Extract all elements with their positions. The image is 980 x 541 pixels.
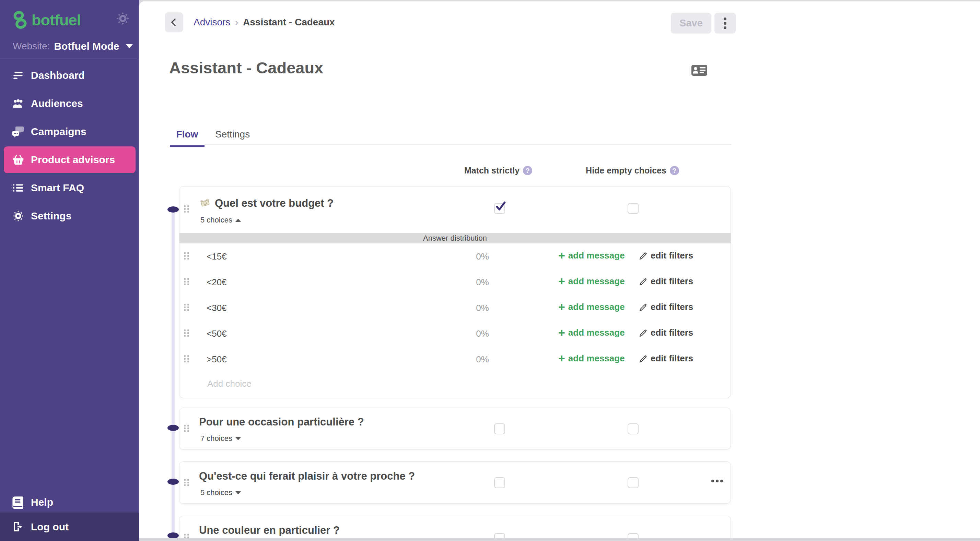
choice-label: >50€ xyxy=(207,354,227,365)
column-header-match-strictly: Match strictly ? xyxy=(464,166,532,176)
drag-handle[interactable] xyxy=(184,330,189,337)
choice-label: <20€ xyxy=(207,277,227,288)
save-button[interactable]: Save xyxy=(671,13,711,33)
add-message-button[interactable]: +add message xyxy=(558,249,625,261)
sidebar-nav: Dashboard Audiences Campaigns Product ad… xyxy=(0,61,139,230)
choice-percentage: 0% xyxy=(471,251,495,262)
hide-empty-checkbox[interactable] xyxy=(628,203,639,214)
sidebar-item-label: Product advisors xyxy=(31,154,115,166)
drag-handle[interactable] xyxy=(184,425,189,432)
question-title: Une couleur en particulier ? xyxy=(199,524,340,536)
people-icon xyxy=(12,98,24,109)
drag-handle[interactable] xyxy=(184,534,189,538)
plus-icon: + xyxy=(558,249,565,261)
choice-row: <30€ 0% +add message edit filters xyxy=(180,295,730,320)
sidebar-item-label: Audiences xyxy=(31,98,83,109)
sidebar-item-campaigns[interactable]: Campaigns xyxy=(0,117,139,146)
match-strictly-checkbox[interactable] xyxy=(494,424,505,435)
drag-handle[interactable] xyxy=(184,479,189,486)
choice-percentage: 0% xyxy=(471,303,495,313)
chat-bubbles-icon xyxy=(12,126,24,138)
choice-percentage: 0% xyxy=(471,277,495,288)
sidebar-item-settings[interactable]: Settings xyxy=(0,202,139,230)
timeline-dot xyxy=(167,479,179,485)
pencil-icon xyxy=(639,354,648,363)
flow-timeline xyxy=(172,208,175,538)
dashboard-lines-icon xyxy=(12,70,24,81)
sidebar-item-label: Dashboard xyxy=(31,70,85,81)
question-title-text: Qu'est-ce qui ferait plaisir à votre pro… xyxy=(199,470,415,482)
sidebar-item-smart-faq[interactable]: Smart FAQ xyxy=(0,174,139,202)
choice-label: <15€ xyxy=(207,251,227,262)
sidebar-gear-icon[interactable] xyxy=(116,12,130,25)
plus-icon: + xyxy=(558,327,565,338)
kebab-dot xyxy=(724,17,726,20)
add-message-button[interactable]: +add message xyxy=(558,327,625,338)
drag-handle[interactable] xyxy=(184,278,189,285)
edit-filters-button[interactable]: edit filters xyxy=(639,276,693,287)
sidebar-item-help[interactable]: Help xyxy=(0,491,139,514)
breadcrumb-separator: › xyxy=(235,17,238,28)
gear-icon xyxy=(12,210,24,222)
drag-handle[interactable] xyxy=(184,304,189,311)
advisor-card-icon[interactable] xyxy=(691,64,708,77)
question-card-couleur: Une couleur en particulier ? xyxy=(179,516,731,538)
card-more-menu-button[interactable] xyxy=(711,480,723,482)
question-title-text: Pour une occasion particulière ? xyxy=(199,416,364,428)
pencil-icon xyxy=(639,252,648,260)
drag-handle[interactable] xyxy=(184,355,189,362)
help-icon[interactable]: ? xyxy=(523,166,532,175)
add-choice-input[interactable] xyxy=(207,378,414,389)
hide-empty-checkbox[interactable] xyxy=(628,424,639,435)
choice-label: <30€ xyxy=(207,303,227,313)
hide-empty-checkbox[interactable] xyxy=(628,477,639,488)
add-message-button[interactable]: +add message xyxy=(558,352,625,364)
hide-empty-checkbox[interactable] xyxy=(628,533,639,538)
timeline-dot xyxy=(167,206,179,213)
question-card-plaisir: Qu'est-ce qui ferait plaisir à votre pro… xyxy=(179,462,731,504)
kebab-dot xyxy=(724,26,726,29)
edit-filters-button[interactable]: edit filters xyxy=(639,353,693,364)
list-icon xyxy=(12,182,24,194)
sidebar-item-product-advisors[interactable]: Product advisors xyxy=(4,146,135,173)
choices-toggle[interactable]: 7 choices xyxy=(200,434,241,443)
match-strictly-checkbox[interactable] xyxy=(494,203,505,214)
match-strictly-checkbox[interactable] xyxy=(494,533,505,538)
choice-rows: <15€ 0% +add message edit filters <20€ 0… xyxy=(180,243,730,372)
website-selector[interactable]: Website: Botfuel Mode xyxy=(13,40,133,52)
sidebar-item-label: Log out xyxy=(31,521,68,533)
tab-bar-divider xyxy=(205,144,731,145)
basket-icon xyxy=(12,154,24,166)
book-icon xyxy=(12,496,24,508)
kebab-dot xyxy=(724,22,726,25)
match-strictly-checkbox[interactable] xyxy=(494,477,505,488)
drag-handle[interactable] xyxy=(184,252,189,260)
plus-icon: + xyxy=(558,352,565,364)
sidebar-item-dashboard[interactable]: Dashboard xyxy=(0,61,139,89)
timeline-dot xyxy=(167,425,179,431)
question-card-occasion: Pour une occasion particulière ? 7 choic… xyxy=(179,408,731,449)
back-button[interactable] xyxy=(165,12,183,32)
add-message-button[interactable]: +add message xyxy=(558,301,625,313)
add-message-button[interactable]: +add message xyxy=(558,275,625,287)
pencil-icon xyxy=(639,303,648,311)
main-panel: Advisors › Assistant - Cadeaux Save Assi… xyxy=(139,2,980,538)
choices-count: 7 choices xyxy=(200,434,232,443)
plus-icon: + xyxy=(558,275,565,287)
choices-toggle[interactable]: 5 choices xyxy=(200,216,241,225)
logout-icon xyxy=(13,521,25,533)
sidebar-item-logout[interactable]: Log out xyxy=(0,512,139,541)
edit-filters-button[interactable]: edit filters xyxy=(639,327,693,338)
breadcrumb-advisors-link[interactable]: Advisors xyxy=(194,17,230,28)
more-menu-button[interactable] xyxy=(714,13,736,33)
tab-flow[interactable]: Flow xyxy=(170,129,205,147)
help-icon[interactable]: ? xyxy=(670,166,679,175)
chevron-down-icon xyxy=(126,44,133,48)
sidebar-item-audiences[interactable]: Audiences xyxy=(0,89,139,117)
edit-filters-button[interactable]: edit filters xyxy=(639,250,693,261)
choices-toggle[interactable]: 5 choices xyxy=(200,488,241,497)
drag-handle[interactable] xyxy=(184,205,189,213)
chevron-left-icon xyxy=(169,17,179,27)
question-title-text: Une couleur en particulier ? xyxy=(199,524,340,536)
edit-filters-button[interactable]: edit filters xyxy=(639,302,693,313)
